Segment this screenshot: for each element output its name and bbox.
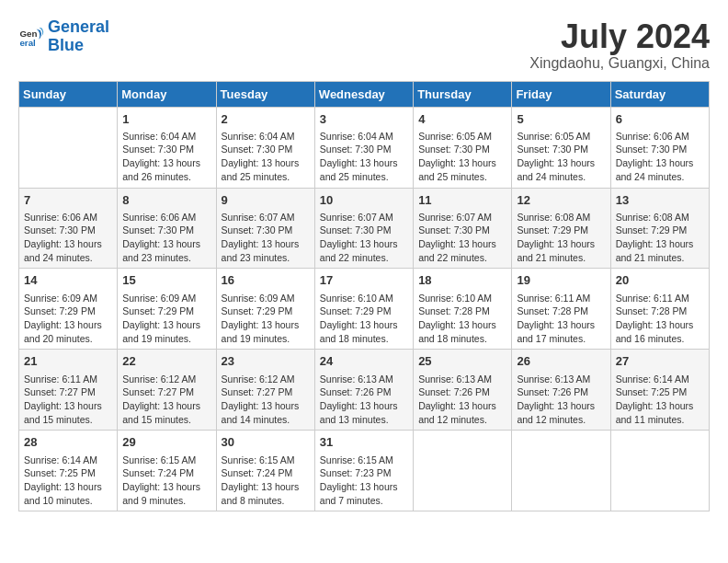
day-number: 26: [517, 353, 605, 370]
day-info: Daylight: 13 hours: [320, 399, 408, 413]
day-info: Sunrise: 6:04 AM: [122, 130, 210, 144]
day-info: Daylight: 13 hours: [320, 318, 408, 332]
day-number: 7: [24, 192, 112, 209]
day-info: Sunrise: 6:12 AM: [122, 373, 210, 386]
day-number: 21: [24, 353, 112, 370]
svg-text:eral: eral: [19, 38, 36, 48]
day-info: Sunrise: 6:06 AM: [122, 211, 210, 224]
day-info: Sunset: 7:30 PM: [616, 143, 704, 156]
calendar-cell: [512, 431, 610, 511]
calendar-cell: 27Sunrise: 6:14 AMSunset: 7:25 PMDayligh…: [610, 350, 709, 431]
day-info: and 11 minutes.: [616, 413, 704, 427]
calendar-cell: [414, 431, 512, 511]
calendar-cell: 24Sunrise: 6:13 AMSunset: 7:26 PMDayligh…: [314, 350, 413, 431]
calendar-day-header: Tuesday: [216, 81, 314, 107]
day-info: Sunrise: 6:07 AM: [320, 211, 408, 224]
day-number: 1: [122, 111, 210, 128]
day-info: and 12 minutes.: [418, 413, 506, 427]
logo-icon: Gen eral: [18, 24, 44, 50]
title-block: July 2024 Xingdaohu, Guangxi, China: [529, 18, 710, 72]
day-number: 28: [24, 434, 112, 451]
day-info: and 13 minutes.: [320, 413, 408, 427]
calendar-day-header: Saturday: [610, 81, 709, 107]
day-info: Sunset: 7:30 PM: [320, 224, 408, 237]
calendar-week-row: 14Sunrise: 6:09 AMSunset: 7:29 PMDayligh…: [19, 269, 710, 350]
day-info: Sunset: 7:25 PM: [24, 466, 112, 480]
day-number: 15: [122, 272, 210, 289]
day-info: Sunset: 7:30 PM: [122, 143, 210, 156]
calendar-cell: 12Sunrise: 6:08 AMSunset: 7:29 PMDayligh…: [512, 188, 610, 269]
day-info: Daylight: 13 hours: [517, 156, 605, 170]
day-info: Sunrise: 6:06 AM: [24, 211, 112, 224]
day-info: Sunrise: 6:09 AM: [222, 292, 310, 305]
day-info: Daylight: 13 hours: [616, 318, 704, 332]
day-info: Sunset: 7:30 PM: [24, 224, 112, 237]
day-number: 27: [616, 353, 704, 370]
day-info: Sunrise: 6:05 AM: [517, 130, 605, 144]
day-info: Sunrise: 6:11 AM: [517, 292, 605, 305]
day-number: 6: [616, 111, 704, 128]
day-info: Sunset: 7:30 PM: [122, 224, 210, 237]
calendar-cell: [19, 107, 118, 188]
day-info: Sunrise: 6:13 AM: [517, 373, 605, 386]
day-info: Sunset: 7:30 PM: [418, 143, 506, 156]
calendar-header-row: SundayMondayTuesdayWednesdayThursdayFrid…: [19, 81, 710, 107]
day-info: and 18 minutes.: [418, 332, 506, 346]
day-info: Sunrise: 6:08 AM: [616, 211, 704, 224]
calendar-cell: 20Sunrise: 6:11 AMSunset: 7:28 PMDayligh…: [610, 269, 709, 350]
calendar-day-header: Monday: [118, 81, 216, 107]
day-info: Sunrise: 6:10 AM: [320, 292, 408, 305]
day-info: Sunrise: 6:07 AM: [418, 211, 506, 224]
day-info: Daylight: 13 hours: [24, 237, 112, 251]
day-info: Daylight: 13 hours: [24, 399, 112, 413]
day-number: 9: [222, 192, 310, 209]
calendar-table: SundayMondayTuesdayWednesdayThursdayFrid…: [18, 81, 710, 512]
day-info: Sunset: 7:29 PM: [122, 304, 210, 318]
day-info: and 24 minutes.: [517, 170, 605, 184]
calendar-day-header: Wednesday: [314, 81, 413, 107]
calendar-day-header: Friday: [512, 81, 610, 107]
calendar-cell: 11Sunrise: 6:07 AMSunset: 7:30 PMDayligh…: [414, 188, 512, 269]
day-info: Daylight: 13 hours: [517, 399, 605, 413]
day-info: and 12 minutes.: [517, 413, 605, 427]
day-info: Sunset: 7:28 PM: [517, 304, 605, 318]
day-info: Daylight: 13 hours: [122, 237, 210, 251]
calendar-cell: 19Sunrise: 6:11 AMSunset: 7:28 PMDayligh…: [512, 269, 610, 350]
day-info: Sunset: 7:30 PM: [320, 143, 408, 156]
day-info: Daylight: 13 hours: [222, 237, 310, 251]
calendar-cell: 28Sunrise: 6:14 AMSunset: 7:25 PMDayligh…: [19, 431, 118, 511]
calendar-cell: [610, 431, 709, 511]
day-info: and 14 minutes.: [222, 413, 310, 427]
day-info: Daylight: 13 hours: [616, 399, 704, 413]
day-info: and 25 minutes.: [418, 170, 506, 184]
day-info: Sunset: 7:29 PM: [320, 304, 408, 318]
day-number: 11: [418, 192, 506, 209]
day-info: Sunset: 7:26 PM: [320, 385, 408, 399]
day-info: and 19 minutes.: [222, 332, 310, 346]
day-number: 3: [320, 111, 408, 128]
day-info: Sunrise: 6:14 AM: [24, 454, 112, 467]
day-number: 5: [517, 111, 605, 128]
day-info: Sunrise: 6:15 AM: [122, 454, 210, 467]
day-info: Sunset: 7:26 PM: [418, 385, 506, 399]
day-info: and 15 minutes.: [24, 413, 112, 427]
day-info: Daylight: 13 hours: [517, 237, 605, 251]
day-info: Sunrise: 6:15 AM: [222, 454, 310, 467]
day-info: Sunrise: 6:07 AM: [222, 211, 310, 224]
day-info: and 18 minutes.: [320, 332, 408, 346]
day-info: Sunset: 7:30 PM: [222, 143, 310, 156]
day-number: 24: [320, 353, 408, 370]
day-number: 19: [517, 272, 605, 289]
day-info: Daylight: 13 hours: [122, 480, 210, 494]
day-info: and 25 minutes.: [320, 170, 408, 184]
day-info: and 17 minutes.: [517, 332, 605, 346]
day-info: Daylight: 13 hours: [320, 237, 408, 251]
calendar-cell: 2Sunrise: 6:04 AMSunset: 7:30 PMDaylight…: [216, 107, 314, 188]
calendar-cell: 9Sunrise: 6:07 AMSunset: 7:30 PMDaylight…: [216, 188, 314, 269]
day-number: 20: [616, 272, 704, 289]
calendar-cell: 6Sunrise: 6:06 AMSunset: 7:30 PMDaylight…: [610, 107, 709, 188]
day-info: Daylight: 13 hours: [24, 318, 112, 332]
day-info: and 22 minutes.: [320, 251, 408, 265]
day-number: 22: [122, 353, 210, 370]
day-number: 29: [122, 434, 210, 451]
